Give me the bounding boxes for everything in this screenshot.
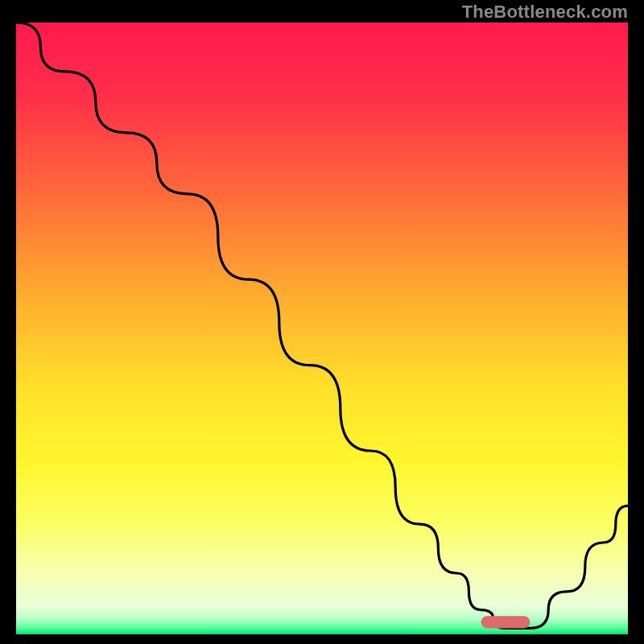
chart-frame: TheBottleneck.com bbox=[0, 0, 644, 644]
chart-plot bbox=[16, 23, 628, 634]
gradient-background bbox=[16, 23, 628, 634]
watermark-text: TheBottleneck.com bbox=[462, 2, 628, 23]
chart-svg bbox=[16, 23, 628, 634]
optimal-marker bbox=[481, 616, 530, 628]
